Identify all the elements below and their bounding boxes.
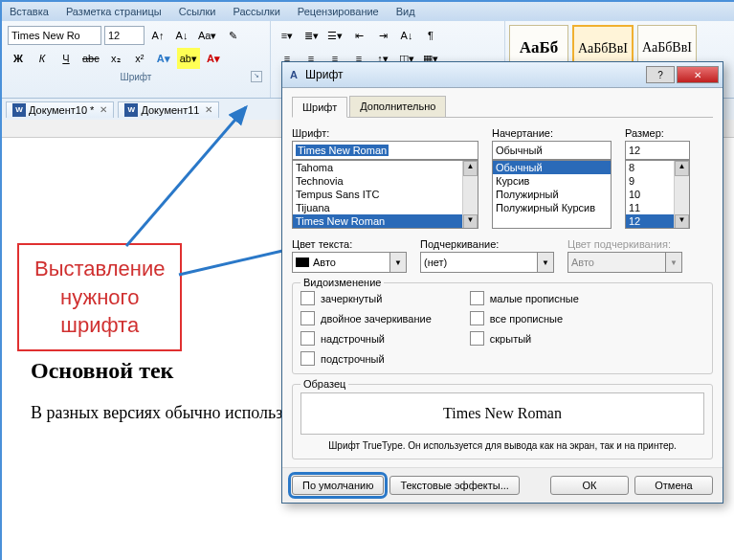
style-input[interactable]: Обычный bbox=[492, 141, 612, 160]
tab-layout[interactable]: Разметка страницы bbox=[66, 6, 162, 17]
word-icon: W bbox=[124, 103, 138, 117]
default-button[interactable]: По умолчанию bbox=[292, 476, 384, 495]
style-list-label: Начертание: bbox=[492, 127, 612, 139]
tab-mail[interactable]: Рассылки bbox=[233, 6, 279, 17]
dialog-tabs: Шрифт Дополнительно bbox=[292, 96, 713, 118]
doc-tab-0[interactable]: WДокумент10 *✕ bbox=[6, 101, 114, 118]
font-dialog: A Шрифт ? ✕ Шрифт Дополнительно Шрифт: T… bbox=[281, 61, 723, 504]
underline-color-dropdown: Авто▼ bbox=[567, 252, 682, 273]
underline-dropdown[interactable]: (нет)▼ bbox=[420, 252, 554, 273]
size-list-label: Размер: bbox=[625, 127, 690, 139]
style-listbox[interactable]: Обычный Курсив Полужирный Полужирный Кур… bbox=[492, 160, 612, 229]
grow-font-btn[interactable]: A↑ bbox=[147, 25, 168, 46]
annotation-callout: Выставление нужного шрифта bbox=[17, 243, 182, 351]
sample-hint: Шрифт TrueType. Он используется для выво… bbox=[300, 440, 704, 451]
chk-subscript[interactable]: подстрочный bbox=[300, 351, 432, 366]
close-icon[interactable]: ✕ bbox=[205, 104, 212, 115]
indent-btn[interactable]: ⇥ bbox=[372, 25, 393, 46]
tab-links[interactable]: Ссылки bbox=[179, 6, 216, 17]
chk-smallcaps[interactable]: малые прописные bbox=[470, 291, 579, 305]
dialog-button-row: По умолчанию Текстовые эффекты... ОК Отм… bbox=[282, 467, 723, 503]
tab-font[interactable]: Шрифт bbox=[292, 97, 347, 118]
dialog-titlebar[interactable]: A Шрифт ? ✕ bbox=[282, 62, 723, 88]
font-color-btn[interactable]: A▾ bbox=[203, 48, 224, 69]
dialog-icon: A bbox=[286, 67, 301, 82]
sort-btn[interactable]: A↓ bbox=[396, 25, 417, 46]
close-button[interactable]: ✕ bbox=[677, 66, 719, 83]
tab-advanced[interactable]: Дополнительно bbox=[349, 96, 446, 117]
chk-superscript[interactable]: надстрочный bbox=[300, 331, 432, 346]
font-color-label: Цвет текста: bbox=[292, 238, 407, 250]
effects-group: Видоизменение зачеркнутый двойное зачерк… bbox=[292, 282, 713, 374]
size-listbox[interactable]: 8 9 10 11 12 ▲▼ bbox=[625, 160, 690, 229]
clear-format-btn[interactable]: ✎ bbox=[222, 25, 243, 46]
highlight-btn[interactable]: ab▾ bbox=[177, 48, 200, 69]
underline-label: Подчеркивание: bbox=[420, 238, 554, 250]
doc-tab-1[interactable]: WДокумент11✕ bbox=[118, 101, 219, 118]
bullets-btn[interactable]: ≡▾ bbox=[277, 25, 298, 46]
font-color-dropdown[interactable]: Авто▼ bbox=[292, 252, 407, 273]
word-icon: W bbox=[12, 103, 26, 117]
dedent-btn[interactable]: ⇤ bbox=[348, 25, 369, 46]
tab-insert[interactable]: Вставка bbox=[10, 6, 49, 17]
cancel-button[interactable]: Отмена bbox=[634, 476, 713, 495]
tab-review[interactable]: Рецензирование bbox=[298, 6, 379, 17]
superscript-btn[interactable]: x² bbox=[129, 48, 150, 69]
chk-allcaps[interactable]: все прописные bbox=[470, 311, 579, 325]
numbers-btn[interactable]: ≣▾ bbox=[300, 25, 322, 46]
chk-strike[interactable]: зачеркнутый bbox=[300, 291, 432, 305]
chk-dblstrike[interactable]: двойное зачеркивание bbox=[300, 311, 432, 325]
bold-btn[interactable]: Ж bbox=[8, 48, 29, 69]
text-effects-btn[interactable]: A▾ bbox=[153, 48, 174, 69]
multilevel-btn[interactable]: ☰▾ bbox=[324, 25, 345, 46]
ribbon-tabs: Вставка Разметка страницы Ссылки Рассылк… bbox=[2, 2, 734, 21]
italic-btn[interactable]: К bbox=[32, 48, 53, 69]
font-name-input[interactable]: Times New Roman bbox=[292, 141, 478, 160]
shrink-font-btn[interactable]: A↓ bbox=[171, 25, 192, 46]
sample-group: Образец Times New Roman Шрифт TrueType. … bbox=[292, 384, 713, 459]
font-size-combo[interactable]: 12 bbox=[104, 26, 145, 45]
strike-btn[interactable]: abc bbox=[79, 48, 102, 69]
font-group-label: Шрифт↘ bbox=[8, 72, 264, 82]
underline-color-label: Цвет подчеркивания: bbox=[567, 238, 682, 250]
font-listbox[interactable]: Tahoma Technovia Tempus Sans ITC Tijuana… bbox=[292, 160, 478, 229]
show-marks-btn[interactable]: ¶ bbox=[420, 25, 441, 46]
font-dialog-launcher-icon[interactable]: ↘ bbox=[251, 71, 262, 82]
dialog-title: Шрифт bbox=[305, 68, 644, 81]
tab-view[interactable]: Вид bbox=[396, 6, 415, 17]
ok-button[interactable]: ОК bbox=[550, 476, 629, 495]
chk-hidden[interactable]: скрытый bbox=[470, 331, 579, 346]
help-button[interactable]: ? bbox=[646, 66, 675, 83]
sample-preview: Times New Roman bbox=[300, 392, 704, 435]
underline-btn[interactable]: Ч bbox=[56, 48, 77, 69]
change-case-btn[interactable]: Aa▾ bbox=[195, 25, 219, 46]
size-input[interactable]: 12 bbox=[625, 141, 690, 160]
subscript-btn[interactable]: x₂ bbox=[105, 48, 126, 69]
font-name-combo[interactable]: Times New Ro bbox=[8, 26, 101, 45]
text-effects-button[interactable]: Текстовые эффекты... bbox=[389, 476, 520, 495]
close-icon[interactable]: ✕ bbox=[100, 104, 107, 115]
font-list-label: Шрифт: bbox=[292, 127, 478, 139]
